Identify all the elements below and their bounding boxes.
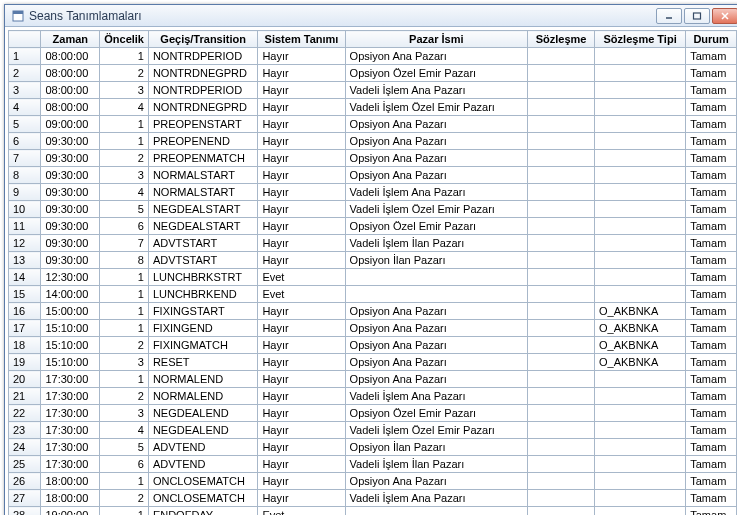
- cell-sozlesme[interactable]: [528, 473, 595, 490]
- cell-durum[interactable]: Tamam: [686, 405, 737, 422]
- cell-durum[interactable]: Tamam: [686, 439, 737, 456]
- titlebar[interactable]: Seans Tanımlamaları: [5, 5, 737, 27]
- cell-tipi[interactable]: [594, 218, 685, 235]
- cell-pazar[interactable]: Opsiyon İlan Pazarı: [345, 439, 528, 456]
- grid-container[interactable]: Zaman Öncelik Geçiş/Transition Sistem Ta…: [5, 27, 737, 515]
- cell-tipi[interactable]: [594, 388, 685, 405]
- cell-oncelik[interactable]: 1: [100, 48, 149, 65]
- cell-tipi[interactable]: [594, 184, 685, 201]
- cell-sistem[interactable]: Hayır: [258, 99, 345, 116]
- cell-gecis[interactable]: NEGDEALEND: [148, 422, 258, 439]
- cell-sozlesme[interactable]: [528, 286, 595, 303]
- cell-sistem[interactable]: Hayır: [258, 65, 345, 82]
- cell-durum[interactable]: Tamam: [686, 116, 737, 133]
- cell-sozlesme[interactable]: [528, 150, 595, 167]
- cell-sistem[interactable]: Hayır: [258, 235, 345, 252]
- cell-gecis[interactable]: FIXINGSTART: [148, 303, 258, 320]
- table-row[interactable]: 2317:30:004NEGDEALENDHayırVadeli İşlem Ö…: [9, 422, 737, 439]
- cell-sistem[interactable]: Hayır: [258, 150, 345, 167]
- cell-pazar[interactable]: Opsiyon Ana Pazarı: [345, 337, 528, 354]
- cell-rownum[interactable]: 5: [9, 116, 41, 133]
- cell-durum[interactable]: Tamam: [686, 184, 737, 201]
- cell-tipi[interactable]: [594, 201, 685, 218]
- cell-zaman[interactable]: 18:00:00: [41, 473, 100, 490]
- table-row[interactable]: 408:00:004NONTRDNEGPRDHayırVadeli İşlem …: [9, 99, 737, 116]
- col-rownum[interactable]: [9, 31, 41, 48]
- cell-tipi[interactable]: [594, 116, 685, 133]
- cell-durum[interactable]: Tamam: [686, 456, 737, 473]
- cell-zaman[interactable]: 08:00:00: [41, 65, 100, 82]
- cell-rownum[interactable]: 6: [9, 133, 41, 150]
- cell-oncelik[interactable]: 1: [100, 116, 149, 133]
- cell-tipi[interactable]: O_AKBNKA: [594, 303, 685, 320]
- cell-zaman[interactable]: 17:30:00: [41, 371, 100, 388]
- cell-durum[interactable]: Tamam: [686, 82, 737, 99]
- cell-gecis[interactable]: NEGDEALSTART: [148, 201, 258, 218]
- cell-pazar[interactable]: Opsiyon Ana Pazarı: [345, 150, 528, 167]
- cell-durum[interactable]: Tamam: [686, 337, 737, 354]
- cell-rownum[interactable]: 17: [9, 320, 41, 337]
- cell-sistem[interactable]: Hayır: [258, 303, 345, 320]
- cell-durum[interactable]: Tamam: [686, 48, 737, 65]
- cell-oncelik[interactable]: 6: [100, 218, 149, 235]
- cell-tipi[interactable]: [594, 422, 685, 439]
- cell-pazar[interactable]: Opsiyon Ana Pazarı: [345, 303, 528, 320]
- col-pazar[interactable]: Pazar İsmi: [345, 31, 528, 48]
- cell-sistem[interactable]: Hayır: [258, 184, 345, 201]
- table-row[interactable]: 208:00:002NONTRDNEGPRDHayırOpsiyon Özel …: [9, 65, 737, 82]
- cell-oncelik[interactable]: 1: [100, 133, 149, 150]
- table-row[interactable]: 2718:00:002ONCLOSEMATCHHayırVadeli İşlem…: [9, 490, 737, 507]
- cell-rownum[interactable]: 7: [9, 150, 41, 167]
- cell-sozlesme[interactable]: [528, 235, 595, 252]
- cell-rownum[interactable]: 23: [9, 422, 41, 439]
- table-row[interactable]: 709:30:002PREOPENMATCHHayırOpsiyon Ana P…: [9, 150, 737, 167]
- cell-oncelik[interactable]: 5: [100, 201, 149, 218]
- cell-pazar[interactable]: Vadeli İşlem Ana Pazarı: [345, 388, 528, 405]
- cell-gecis[interactable]: NORMALEND: [148, 388, 258, 405]
- cell-durum[interactable]: Tamam: [686, 490, 737, 507]
- cell-tipi[interactable]: [594, 439, 685, 456]
- cell-sozlesme[interactable]: [528, 65, 595, 82]
- cell-pazar[interactable]: [345, 269, 528, 286]
- cell-rownum[interactable]: 2: [9, 65, 41, 82]
- cell-tipi[interactable]: [594, 65, 685, 82]
- cell-gecis[interactable]: RESET: [148, 354, 258, 371]
- cell-pazar[interactable]: Opsiyon Ana Pazarı: [345, 320, 528, 337]
- cell-durum[interactable]: Tamam: [686, 167, 737, 184]
- cell-sozlesme[interactable]: [528, 184, 595, 201]
- cell-oncelik[interactable]: 8: [100, 252, 149, 269]
- cell-zaman[interactable]: 15:10:00: [41, 354, 100, 371]
- cell-oncelik[interactable]: 1: [100, 507, 149, 516]
- table-row[interactable]: 108:00:001NONTRDPERIODHayırOpsiyon Ana P…: [9, 48, 737, 65]
- cell-oncelik[interactable]: 5: [100, 439, 149, 456]
- table-row[interactable]: 1209:30:007ADVTSTARTHayırVadeli İşlem İl…: [9, 235, 737, 252]
- cell-sistem[interactable]: Hayır: [258, 388, 345, 405]
- cell-zaman[interactable]: 15:10:00: [41, 320, 100, 337]
- cell-durum[interactable]: Tamam: [686, 150, 737, 167]
- cell-rownum[interactable]: 13: [9, 252, 41, 269]
- cell-gecis[interactable]: ONCLOSEMATCH: [148, 490, 258, 507]
- cell-oncelik[interactable]: 3: [100, 405, 149, 422]
- cell-rownum[interactable]: 25: [9, 456, 41, 473]
- cell-sozlesme[interactable]: [528, 48, 595, 65]
- table-row[interactable]: 2819:00:001ENDOFDAYEvetTamam: [9, 507, 737, 516]
- cell-zaman[interactable]: 17:30:00: [41, 439, 100, 456]
- cell-pazar[interactable]: Opsiyon Ana Pazarı: [345, 48, 528, 65]
- cell-oncelik[interactable]: 1: [100, 473, 149, 490]
- table-row[interactable]: 1915:10:003RESETHayırOpsiyon Ana PazarıO…: [9, 354, 737, 371]
- cell-durum[interactable]: Tamam: [686, 371, 737, 388]
- cell-sozlesme[interactable]: [528, 82, 595, 99]
- cell-gecis[interactable]: FIXINGMATCH: [148, 337, 258, 354]
- cell-sistem[interactable]: Hayır: [258, 490, 345, 507]
- cell-tipi[interactable]: [594, 473, 685, 490]
- cell-gecis[interactable]: NEGDEALSTART: [148, 218, 258, 235]
- cell-tipi[interactable]: [594, 133, 685, 150]
- cell-pazar[interactable]: Vadeli İşlem İlan Pazarı: [345, 235, 528, 252]
- cell-durum[interactable]: Tamam: [686, 422, 737, 439]
- cell-sozlesme[interactable]: [528, 456, 595, 473]
- cell-sistem[interactable]: Evet: [258, 269, 345, 286]
- cell-sistem[interactable]: Hayır: [258, 133, 345, 150]
- table-row[interactable]: 909:30:004NORMALSTARTHayırVadeli İşlem A…: [9, 184, 737, 201]
- cell-oncelik[interactable]: 1: [100, 286, 149, 303]
- cell-tipi[interactable]: [594, 286, 685, 303]
